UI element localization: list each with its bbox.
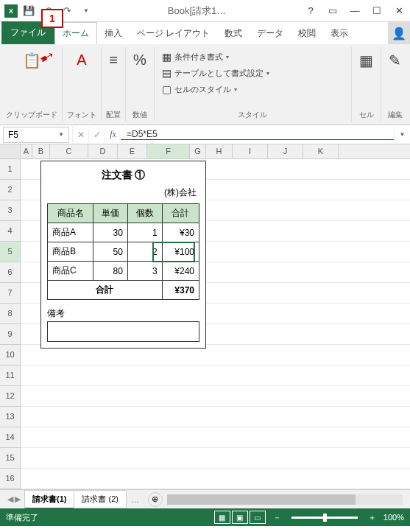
- row-header-1[interactable]: 1: [0, 159, 21, 180]
- edit-button[interactable]: ✎: [386, 49, 404, 74]
- format-as-table-button[interactable]: ▤テーブルとして書式設定▾: [159, 65, 272, 81]
- col-header-C[interactable]: C: [50, 144, 88, 158]
- row-header-9[interactable]: 9: [0, 324, 21, 345]
- row-cells[interactable]: [21, 407, 410, 427]
- header-total: 合計: [162, 204, 199, 223]
- row-header-6[interactable]: 6: [0, 262, 21, 283]
- row-header-12[interactable]: 12: [0, 386, 21, 407]
- group-label-clipboard: クリップボード: [6, 110, 57, 120]
- ribbon-group-align: ≡ 配置: [102, 47, 126, 122]
- maximize-button[interactable]: ☐: [366, 1, 388, 21]
- conditional-format-button[interactable]: ▦条件付き書式▾: [159, 49, 232, 65]
- sheet-tabs-more[interactable]: …: [127, 495, 144, 504]
- zoom-thumb[interactable]: [323, 514, 327, 522]
- window-controls: ? ▭ — ☐ ✕: [300, 1, 410, 21]
- tab-formulas[interactable]: 数式: [217, 23, 250, 44]
- order-document: 注文書 ① (株)会社 商品名 単価 個数 合計 商品A 30 1 ¥30 商品…: [40, 161, 206, 349]
- row-header-7[interactable]: 7: [0, 283, 21, 304]
- tab-review[interactable]: 校閲: [291, 23, 323, 44]
- row-header-8[interactable]: 8: [0, 304, 21, 324]
- row-cells[interactable]: [21, 386, 410, 407]
- align-button[interactable]: ≡: [106, 49, 121, 73]
- cell-button[interactable]: ▦: [356, 49, 376, 74]
- expand-formula-icon[interactable]: ▼: [394, 127, 410, 143]
- tab-view[interactable]: 表示: [323, 23, 356, 44]
- row-cells[interactable]: [21, 448, 410, 469]
- font-button[interactable]: A: [74, 49, 89, 73]
- page-break-view-button[interactable]: ▭: [250, 511, 266, 524]
- zoom-in-button[interactable]: ＋: [368, 512, 376, 523]
- header-name: 商品名: [48, 204, 93, 223]
- notes-box[interactable]: [47, 321, 199, 342]
- row-header-4[interactable]: 4: [0, 221, 21, 242]
- row-header-3[interactable]: 3: [0, 200, 21, 221]
- paste-button[interactable]: 📋: [20, 49, 44, 74]
- col-header-B[interactable]: B: [32, 144, 50, 158]
- col-header-H[interactable]: H: [206, 144, 233, 158]
- group-label-font: フォント: [67, 110, 96, 120]
- col-header-D[interactable]: D: [88, 144, 118, 158]
- name-box[interactable]: F5 ▼: [3, 127, 69, 143]
- sheet-tab-2[interactable]: 請求書 (2): [74, 490, 127, 508]
- status-text: 準備完了: [6, 512, 38, 523]
- row-cells[interactable]: [21, 427, 410, 448]
- row-header-14[interactable]: 14: [0, 427, 21, 448]
- row-header-13[interactable]: 13: [0, 407, 21, 427]
- ribbon-group-font: A フォント: [63, 47, 102, 122]
- horizontal-scrollbar[interactable]: [167, 494, 403, 505]
- row-header-16[interactable]: 16: [0, 469, 21, 489]
- close-button[interactable]: ✕: [388, 1, 410, 21]
- col-header-K[interactable]: K: [303, 144, 339, 158]
- row-header-15[interactable]: 15: [0, 448, 21, 469]
- zoom-slider[interactable]: [291, 517, 358, 519]
- col-header-F[interactable]: F: [147, 144, 190, 158]
- tab-insert[interactable]: 挿入: [97, 23, 130, 44]
- number-button[interactable]: %: [130, 49, 149, 73]
- row-header-5[interactable]: 5: [0, 242, 21, 262]
- cancel-formula-button[interactable]: ✕: [72, 127, 88, 143]
- chevron-down-icon: ▾: [226, 54, 229, 60]
- fx-button[interactable]: fx: [105, 127, 121, 143]
- col-header-J[interactable]: J: [268, 144, 303, 158]
- col-header-I[interactable]: I: [233, 144, 268, 158]
- window-title: Book[請求1…: [94, 4, 300, 18]
- formula-bar: F5 ▼ ✕ ✓ fx =D5*E5 ▼: [0, 125, 410, 144]
- page-layout-view-button[interactable]: ▣: [232, 511, 248, 524]
- normal-view-button[interactable]: ▦: [214, 511, 230, 524]
- col-header-A[interactable]: A: [21, 144, 32, 158]
- scroll-thumb[interactable]: [167, 494, 356, 505]
- callout-marker: 1: [41, 9, 63, 28]
- qat-customize-icon[interactable]: ▼: [78, 3, 94, 19]
- sheet-tab-1[interactable]: 請求書(1): [24, 490, 74, 509]
- sheet-nav[interactable]: ◀▶: [3, 494, 25, 504]
- chevron-down-icon: ▼: [58, 131, 64, 138]
- column-headers: ABCDEFGHIJK: [0, 144, 410, 159]
- row-header-11[interactable]: 11: [0, 365, 21, 386]
- ribbon-options-button[interactable]: ▭: [322, 1, 344, 21]
- col-header-E[interactable]: E: [118, 144, 147, 158]
- view-buttons: ▦ ▣ ▭: [214, 511, 266, 524]
- col-header-G[interactable]: G: [190, 144, 206, 158]
- row-header-10[interactable]: 10: [0, 345, 21, 365]
- save-icon[interactable]: 💾: [21, 3, 37, 19]
- next-sheet-icon[interactable]: ▶: [15, 494, 21, 504]
- zoom-level[interactable]: 100%: [384, 513, 404, 522]
- row-header-2[interactable]: 2: [0, 180, 21, 200]
- row-cells[interactable]: [21, 365, 410, 386]
- cell-styles-button[interactable]: ▢セルのスタイル▾: [159, 81, 240, 97]
- help-button[interactable]: ?: [300, 1, 322, 21]
- table-row: 商品B 50 2 ¥100: [48, 242, 199, 262]
- select-all-button[interactable]: [0, 144, 21, 158]
- cells-icon: ▦: [359, 52, 373, 69]
- formula-input[interactable]: =D5*E5: [121, 129, 394, 140]
- worksheet-grid[interactable]: ABCDEFGHIJK 12345678910111213141516 注文書 …: [0, 144, 410, 489]
- user-avatar[interactable]: 👤: [388, 22, 410, 44]
- tab-layout[interactable]: ページ レイアウト: [130, 23, 217, 44]
- zoom-out-button[interactable]: －: [273, 512, 281, 523]
- row-cells[interactable]: [21, 469, 410, 489]
- add-sheet-button[interactable]: ⊕: [148, 492, 163, 507]
- enter-formula-button[interactable]: ✓: [88, 127, 105, 143]
- minimize-button[interactable]: —: [344, 1, 366, 21]
- prev-sheet-icon[interactable]: ◀: [7, 494, 13, 504]
- tab-data[interactable]: データ: [250, 23, 291, 44]
